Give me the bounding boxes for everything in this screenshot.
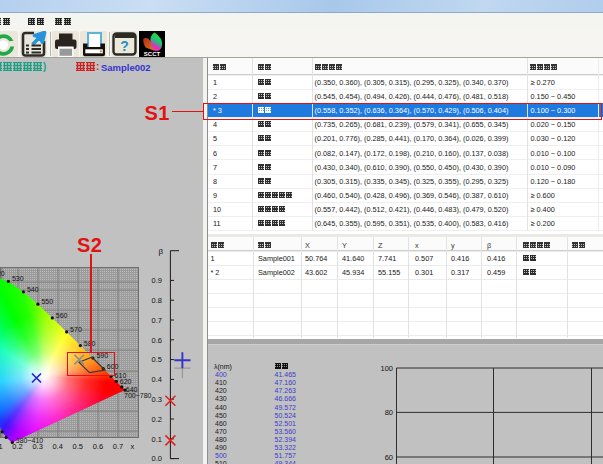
svg-text:0.5: 0.5 [152, 355, 162, 364]
svg-text:0.0: 0.0 [152, 454, 162, 463]
svg-text:0.7: 0.7 [152, 316, 162, 325]
svg-text:0.8: 0.8 [152, 296, 162, 305]
svg-text:0.6: 0.6 [152, 336, 162, 345]
svg-text:520: 520 [0, 270, 5, 277]
svg-text:β: β [158, 247, 163, 256]
svg-text:0.1: 0.1 [152, 435, 162, 444]
svg-text:0.4: 0.4 [152, 375, 162, 384]
svg-text:530: 530 [12, 275, 24, 282]
svg-text:?: ? [120, 38, 129, 54]
svg-text:0.3: 0.3 [152, 395, 162, 404]
svg-text:550: 550 [41, 298, 53, 305]
svg-text:570: 570 [70, 326, 82, 333]
svg-text:SCCT: SCCT [144, 51, 161, 57]
svg-text:0.2: 0.2 [152, 415, 162, 424]
svg-text:560: 560 [56, 312, 68, 319]
svg-text:0.9: 0.9 [152, 276, 162, 285]
svg-text:620: 620 [120, 378, 132, 385]
svg-text:540: 540 [27, 286, 39, 293]
